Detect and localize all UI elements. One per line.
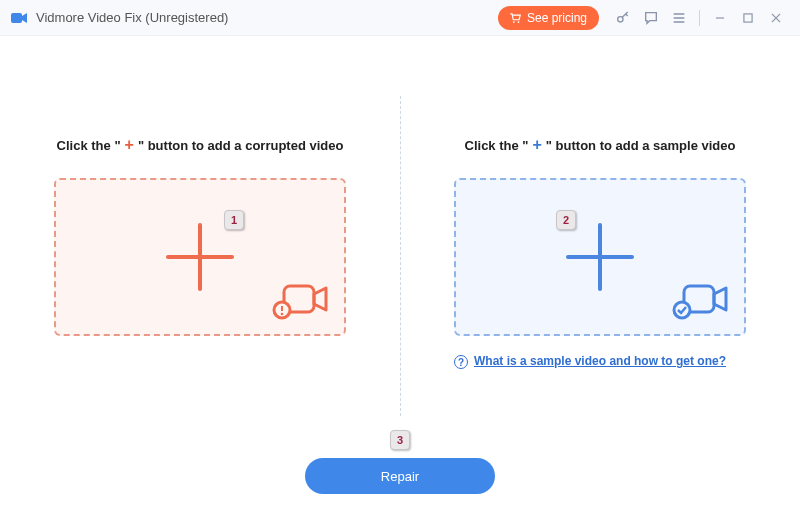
add-corrupted-video-dropzone[interactable]: 1 xyxy=(54,178,346,336)
sample-video-help: ? What is a sample video and how to get … xyxy=(454,354,746,369)
minimize-button[interactable] xyxy=(708,6,732,30)
main-area: Click the " + " button to add a corrupte… xyxy=(0,36,800,512)
sample-instruction: Click the " + " button to add a sample v… xyxy=(465,136,736,154)
svg-point-10 xyxy=(281,313,284,316)
app-title: Vidmore Video Fix (Unregistered) xyxy=(36,10,228,25)
close-button[interactable] xyxy=(764,6,788,30)
plus-icon: + xyxy=(125,136,134,154)
svg-point-2 xyxy=(518,21,520,23)
see-pricing-button[interactable]: See pricing xyxy=(498,6,599,30)
step-badge-1: 1 xyxy=(224,210,244,230)
see-pricing-label: See pricing xyxy=(527,11,587,25)
corrupted-instruction: Click the " + " button to add a corrupte… xyxy=(57,136,344,154)
repair-button[interactable]: Repair xyxy=(305,458,495,494)
help-icon: ? xyxy=(454,355,468,369)
step-badge-2: 2 xyxy=(556,210,576,230)
step-badge-3: 3 xyxy=(390,430,410,450)
menu-icon[interactable] xyxy=(667,6,691,30)
titlebar-separator xyxy=(699,10,700,26)
add-sample-video-dropzone[interactable]: 2 xyxy=(454,178,746,336)
cart-icon xyxy=(508,11,522,25)
app-logo-icon xyxy=(10,9,28,27)
svg-rect-0 xyxy=(11,13,22,23)
sample-video-panel: Click the " + " button to add a sample v… xyxy=(400,36,800,512)
titlebar: Vidmore Video Fix (Unregistered) See pri… xyxy=(0,0,800,36)
key-icon[interactable] xyxy=(611,6,635,30)
sample-video-help-link[interactable]: What is a sample video and how to get on… xyxy=(474,354,726,368)
feedback-icon[interactable] xyxy=(639,6,663,30)
svg-point-3 xyxy=(618,16,623,21)
svg-point-1 xyxy=(513,21,515,23)
corrupted-video-camera-icon xyxy=(272,280,330,324)
plus-icon: + xyxy=(533,136,542,154)
sample-video-camera-icon xyxy=(672,280,730,324)
corrupted-video-panel: Click the " + " button to add a corrupte… xyxy=(0,36,400,512)
maximize-button[interactable] xyxy=(736,6,760,30)
svg-rect-4 xyxy=(744,13,752,21)
